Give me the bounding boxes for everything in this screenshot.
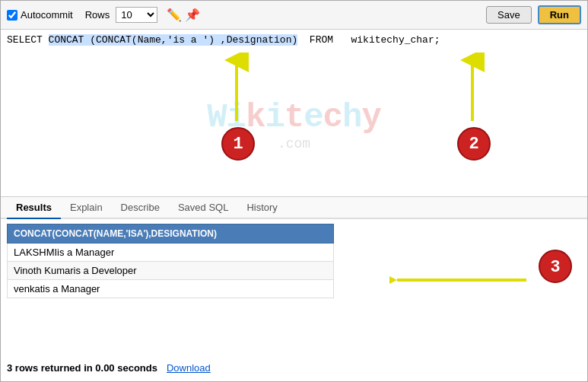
sql-from: FROM wikitechy_char; [297,34,440,46]
download-link[interactable]: Download [167,362,211,374]
arrow3-svg [389,265,542,295]
toolbar: Autocommit Rows 10 ✏️ 📌 Save Run [1,1,587,30]
tab-history[interactable]: History [237,197,286,219]
tab-describe[interactable]: Describe [112,197,169,219]
rows-select[interactable]: 10 [116,7,157,23]
sql-line: SELECT CONCAT (CONCAT(Name,'is a ') ,Des… [7,34,581,46]
table-row: LAKSHMIis a Manager [8,244,334,262]
tab-results[interactable]: Results [7,197,61,219]
pin-icon[interactable]: 📌 [185,8,200,22]
save-button[interactable]: Save [486,6,532,24]
status-text: 3 rows returned in 0.00 seconds [7,362,157,374]
toolbar-icons: ✏️ 📌 [167,8,200,22]
circle2: 2 [457,127,491,161]
row-3-cell: venkatis a Manager [8,280,334,298]
autocommit-label: Autocommit [7,9,73,21]
table-row: Vinoth Kumaris a Developer [8,262,334,280]
rows-label: Rows [85,9,110,21]
circle3: 3 [539,250,572,283]
main-window: Autocommit Rows 10 ✏️ 📌 Save Run SELECT … [0,0,588,382]
column-header: CONCAT(CONCAT(NAME,'ISA'),DESIGNATION) [8,224,334,244]
sql-select: SELECT [7,34,49,46]
table-row: venkatis a Manager [8,280,334,298]
autocommit-text: Autocommit [21,9,73,21]
autocommit-checkbox[interactable] [7,10,17,21]
tabs-bar: Results Explain Describe Saved SQL Histo… [1,197,587,219]
run-button[interactable]: Run [538,5,581,24]
sql-editor[interactable]: SELECT CONCAT (CONCAT(Name,'is a ') ,Des… [1,30,587,197]
results-table: CONCAT(CONCAT(NAME,'ISA'),DESIGNATION) L… [7,224,334,298]
results-area: CONCAT(CONCAT(NAME,'ISA'),DESIGNATION) L… [1,219,587,381]
tab-saved-sql[interactable]: Saved SQL [169,197,238,219]
tab-explain[interactable]: Explain [61,197,112,219]
pencil-icon[interactable]: ✏️ [167,8,182,22]
row-2-cell: Vinoth Kumaris a Developer [8,262,334,280]
sql-concat: CONCAT (CONCAT(Name,'is a ') ,Designatio… [49,34,298,46]
circle1: 1 [221,127,255,161]
row-1-cell: LAKSHMIis a Manager [8,244,334,262]
arrow1-svg [206,53,267,129]
arrow2-svg [442,53,503,129]
status-bar: 3 rows returned in 0.00 seconds Download [7,359,581,377]
